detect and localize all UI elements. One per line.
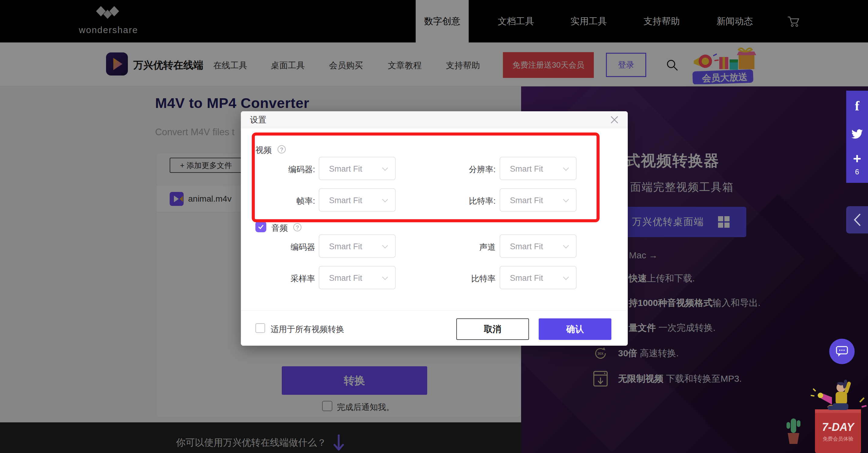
confirm-button[interactable]: 确认 xyxy=(539,318,611,340)
audio-checkbox[interactable] xyxy=(255,221,266,232)
seven-day-label: 7-DAY xyxy=(817,421,859,433)
audio-encoder-label: 编码器 xyxy=(248,242,315,253)
twitter-share-icon[interactable] xyxy=(846,124,868,144)
check-icon xyxy=(258,224,264,229)
chevron-down-icon xyxy=(382,245,389,249)
audio-encoder-select[interactable]: Smart Fit xyxy=(319,234,396,258)
annotation-highlight-box xyxy=(252,133,599,222)
audio-channel-select[interactable]: Smart Fit xyxy=(500,234,577,258)
cancel-button[interactable]: 取消 xyxy=(456,318,529,340)
settings-modal-title: 设置 xyxy=(250,111,266,128)
audio-help-icon[interactable]: ? xyxy=(293,223,302,231)
audio-channel-label: 声道 xyxy=(429,242,496,253)
social-share-bar: f + 6 xyxy=(846,91,868,183)
chevron-left-icon xyxy=(853,213,861,227)
free-trial-label: 免费会员体验 xyxy=(817,435,859,443)
apply-all-checkbox[interactable] xyxy=(255,323,265,333)
share-more-icon[interactable]: + xyxy=(846,150,868,167)
audio-bitrate-select[interactable]: Smart Fit xyxy=(500,266,577,289)
chat-bubble-icon xyxy=(835,345,848,358)
chevron-down-icon xyxy=(563,276,569,281)
audio-bitrate-label: 比特率 xyxy=(429,273,496,284)
panel-collapse-button[interactable] xyxy=(846,206,868,233)
settings-modal-header: 设置 xyxy=(241,111,628,128)
audio-samplerate-label: 采样率 xyxy=(248,273,315,284)
chat-widget-button[interactable] xyxy=(829,339,855,364)
apply-all-label: 适用于所有视频转换 xyxy=(271,324,344,335)
chevron-down-icon xyxy=(563,245,569,249)
chevron-down-icon xyxy=(382,276,389,281)
seven-day-trial-illustration[interactable]: 7-DAY 免费会员体验 xyxy=(782,379,868,453)
close-icon[interactable] xyxy=(610,115,619,125)
audio-samplerate-select[interactable]: Smart Fit xyxy=(319,266,396,289)
facebook-share-icon[interactable]: f xyxy=(846,96,868,115)
share-count: 6 xyxy=(846,166,868,178)
audio-section-label: 音频 xyxy=(272,223,288,233)
